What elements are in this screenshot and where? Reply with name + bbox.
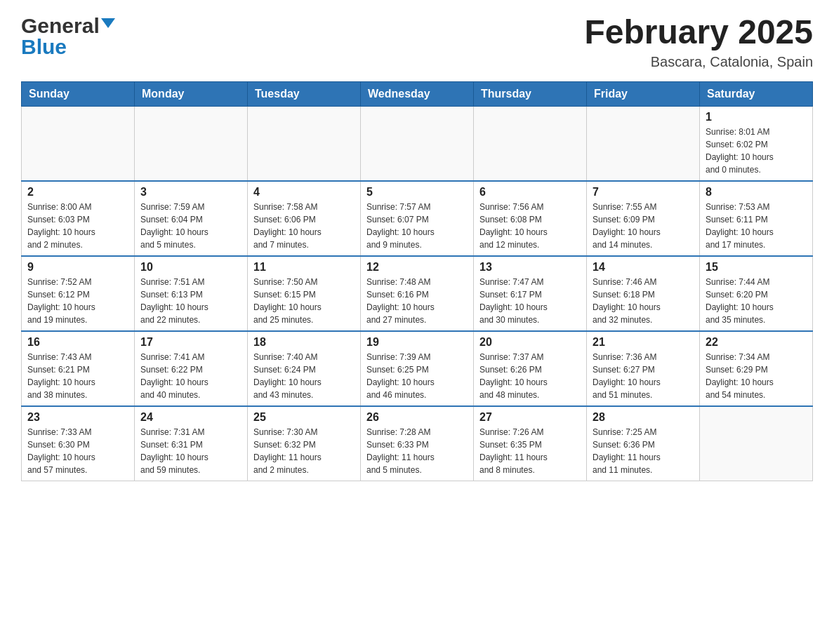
- table-row: 20Sunrise: 7:37 AMSunset: 6:26 PMDayligh…: [474, 331, 587, 406]
- page-header: General Blue February 2025 Bascara, Cata…: [21, 14, 813, 70]
- day-number: 4: [253, 186, 355, 199]
- day-info: Sunrise: 7:53 AMSunset: 6:11 PMDaylight:…: [706, 201, 807, 251]
- table-row: 1Sunrise: 8:01 AMSunset: 6:02 PMDaylight…: [700, 106, 813, 181]
- table-row: [248, 106, 361, 181]
- day-info: Sunrise: 7:56 AMSunset: 6:08 PMDaylight:…: [479, 201, 581, 251]
- day-info: Sunrise: 7:26 AMSunset: 6:35 PMDaylight:…: [479, 426, 581, 476]
- day-number: 11: [253, 261, 355, 274]
- table-row: 5Sunrise: 7:57 AMSunset: 6:07 PMDaylight…: [361, 181, 474, 256]
- day-info: Sunrise: 7:59 AMSunset: 6:04 PMDaylight:…: [140, 201, 241, 251]
- day-number: 7: [593, 186, 694, 199]
- day-number: 5: [366, 186, 468, 199]
- day-info: Sunrise: 7:58 AMSunset: 6:06 PMDaylight:…: [253, 201, 355, 251]
- day-info: Sunrise: 7:39 AMSunset: 6:25 PMDaylight:…: [366, 351, 468, 401]
- table-row: 4Sunrise: 7:58 AMSunset: 6:06 PMDaylight…: [248, 181, 361, 256]
- day-info: Sunrise: 7:52 AMSunset: 6:12 PMDaylight:…: [27, 276, 128, 326]
- table-row: 3Sunrise: 7:59 AMSunset: 6:04 PMDaylight…: [135, 181, 248, 256]
- day-info: Sunrise: 7:30 AMSunset: 6:32 PMDaylight:…: [253, 426, 355, 476]
- day-number: 22: [706, 336, 807, 349]
- table-row: [700, 406, 813, 481]
- table-row: [361, 106, 474, 181]
- calendar-table: Sunday Monday Tuesday Wednesday Thursday…: [21, 81, 813, 481]
- header-thursday: Thursday: [474, 81, 587, 106]
- calendar-week-3: 9Sunrise: 7:52 AMSunset: 6:12 PMDaylight…: [22, 256, 813, 331]
- day-info: Sunrise: 7:34 AMSunset: 6:29 PMDaylight:…: [706, 351, 807, 401]
- table-row: 27Sunrise: 7:26 AMSunset: 6:35 PMDayligh…: [474, 406, 587, 481]
- day-number: 18: [253, 336, 355, 349]
- day-number: 2: [27, 186, 128, 199]
- table-row: 10Sunrise: 7:51 AMSunset: 6:13 PMDayligh…: [135, 256, 248, 331]
- calendar-week-1: 1Sunrise: 8:01 AMSunset: 6:02 PMDaylight…: [22, 106, 813, 181]
- logo-triangle-icon: [101, 18, 115, 28]
- table-row: 24Sunrise: 7:31 AMSunset: 6:31 PMDayligh…: [135, 406, 248, 481]
- table-row: 14Sunrise: 7:46 AMSunset: 6:18 PMDayligh…: [587, 256, 700, 331]
- table-row: 17Sunrise: 7:41 AMSunset: 6:22 PMDayligh…: [135, 331, 248, 406]
- logo-general-text: General: [21, 14, 100, 38]
- header-wednesday: Wednesday: [361, 81, 474, 106]
- month-title: February 2025: [584, 14, 813, 51]
- calendar-week-5: 23Sunrise: 7:33 AMSunset: 6:30 PMDayligh…: [22, 406, 813, 481]
- day-info: Sunrise: 7:47 AMSunset: 6:17 PMDaylight:…: [479, 276, 581, 326]
- day-info: Sunrise: 7:28 AMSunset: 6:33 PMDaylight:…: [366, 426, 468, 476]
- title-area: February 2025 Bascara, Catalonia, Spain: [584, 14, 813, 70]
- day-number: 20: [479, 336, 581, 349]
- table-row: 13Sunrise: 7:47 AMSunset: 6:17 PMDayligh…: [474, 256, 587, 331]
- table-row: 8Sunrise: 7:53 AMSunset: 6:11 PMDaylight…: [700, 181, 813, 256]
- day-number: 15: [706, 261, 807, 274]
- day-info: Sunrise: 7:44 AMSunset: 6:20 PMDaylight:…: [706, 276, 807, 326]
- table-row: 28Sunrise: 7:25 AMSunset: 6:36 PMDayligh…: [587, 406, 700, 481]
- table-row: 23Sunrise: 7:33 AMSunset: 6:30 PMDayligh…: [22, 406, 135, 481]
- day-number: 10: [140, 261, 241, 274]
- day-info: Sunrise: 7:33 AMSunset: 6:30 PMDaylight:…: [27, 426, 128, 476]
- day-info: Sunrise: 7:57 AMSunset: 6:07 PMDaylight:…: [366, 201, 468, 251]
- day-number: 17: [140, 336, 241, 349]
- table-row: 25Sunrise: 7:30 AMSunset: 6:32 PMDayligh…: [248, 406, 361, 481]
- day-info: Sunrise: 7:43 AMSunset: 6:21 PMDaylight:…: [27, 351, 128, 401]
- day-info: Sunrise: 7:50 AMSunset: 6:15 PMDaylight:…: [253, 276, 355, 326]
- table-row: [474, 106, 587, 181]
- day-number: 21: [593, 336, 694, 349]
- table-row: 2Sunrise: 8:00 AMSunset: 6:03 PMDaylight…: [22, 181, 135, 256]
- table-row: 22Sunrise: 7:34 AMSunset: 6:29 PMDayligh…: [700, 331, 813, 406]
- day-number: 19: [366, 336, 468, 349]
- day-info: Sunrise: 7:37 AMSunset: 6:26 PMDaylight:…: [479, 351, 581, 401]
- day-info: Sunrise: 7:31 AMSunset: 6:31 PMDaylight:…: [140, 426, 241, 476]
- day-info: Sunrise: 7:55 AMSunset: 6:09 PMDaylight:…: [593, 201, 694, 251]
- day-info: Sunrise: 7:25 AMSunset: 6:36 PMDaylight:…: [593, 426, 694, 476]
- table-row: 7Sunrise: 7:55 AMSunset: 6:09 PMDaylight…: [587, 181, 700, 256]
- table-row: 15Sunrise: 7:44 AMSunset: 6:20 PMDayligh…: [700, 256, 813, 331]
- day-info: Sunrise: 7:51 AMSunset: 6:13 PMDaylight:…: [140, 276, 241, 326]
- table-row: [135, 106, 248, 181]
- table-row: 19Sunrise: 7:39 AMSunset: 6:25 PMDayligh…: [361, 331, 474, 406]
- table-row: 12Sunrise: 7:48 AMSunset: 6:16 PMDayligh…: [361, 256, 474, 331]
- table-row: 21Sunrise: 7:36 AMSunset: 6:27 PMDayligh…: [587, 331, 700, 406]
- day-number: 3: [140, 186, 241, 199]
- day-info: Sunrise: 7:46 AMSunset: 6:18 PMDaylight:…: [593, 276, 694, 326]
- calendar-week-4: 16Sunrise: 7:43 AMSunset: 6:21 PMDayligh…: [22, 331, 813, 406]
- day-number: 26: [366, 411, 468, 424]
- day-number: 12: [366, 261, 468, 274]
- table-row: 18Sunrise: 7:40 AMSunset: 6:24 PMDayligh…: [248, 331, 361, 406]
- day-number: 1: [706, 111, 807, 123]
- calendar-week-2: 2Sunrise: 8:00 AMSunset: 6:03 PMDaylight…: [22, 181, 813, 256]
- day-number: 13: [479, 261, 581, 274]
- day-info: Sunrise: 7:41 AMSunset: 6:22 PMDaylight:…: [140, 351, 241, 401]
- day-number: 23: [27, 411, 128, 424]
- table-row: [22, 106, 135, 181]
- calendar-header-row: Sunday Monday Tuesday Wednesday Thursday…: [22, 81, 813, 106]
- day-info: Sunrise: 8:00 AMSunset: 6:03 PMDaylight:…: [27, 201, 128, 251]
- day-number: 6: [479, 186, 581, 199]
- header-friday: Friday: [587, 81, 700, 106]
- location-subtitle: Bascara, Catalonia, Spain: [584, 54, 813, 70]
- logo-blue-text: Blue: [21, 35, 67, 59]
- day-number: 27: [479, 411, 581, 424]
- header-sunday: Sunday: [22, 81, 135, 106]
- table-row: [587, 106, 700, 181]
- header-tuesday: Tuesday: [248, 81, 361, 106]
- day-number: 28: [593, 411, 694, 424]
- day-number: 14: [593, 261, 694, 274]
- table-row: 6Sunrise: 7:56 AMSunset: 6:08 PMDaylight…: [474, 181, 587, 256]
- logo: General Blue: [21, 14, 115, 59]
- table-row: 9Sunrise: 7:52 AMSunset: 6:12 PMDaylight…: [22, 256, 135, 331]
- day-number: 8: [706, 186, 807, 199]
